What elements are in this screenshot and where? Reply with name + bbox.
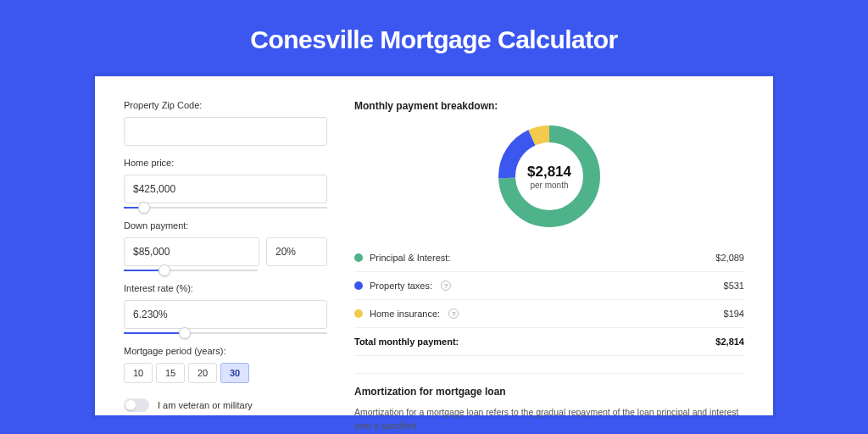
home-price-input[interactable]	[124, 175, 327, 203]
mortgage-period-label: Mortgage period (years):	[124, 346, 327, 356]
legend-dot-icon	[354, 309, 363, 318]
interest-rate-field-group: Interest rate (%):	[124, 283, 327, 334]
veteran-toggle-row: I am veteran or military	[124, 398, 327, 412]
donut-chart-wrap: $2,814 per month	[354, 124, 744, 229]
home-price-slider[interactable]	[124, 207, 327, 209]
legend-value: $2,089	[715, 253, 744, 263]
legend-value: $194	[724, 309, 744, 319]
slider-thumb[interactable]	[179, 327, 191, 339]
total-label: Total monthly payment:	[354, 337, 459, 347]
legend-value: $531	[724, 281, 744, 291]
down-payment-label: Down payment:	[124, 220, 327, 231]
zip-input[interactable]	[124, 117, 327, 146]
down-payment-pct-input[interactable]	[266, 237, 327, 266]
calculator-card: Property Zip Code: Home price: Down paym…	[95, 76, 773, 415]
legend-row-principal: Principal & Interest: $2,089	[354, 244, 744, 272]
info-icon[interactable]: ?	[441, 281, 451, 291]
toggle-knob	[125, 400, 136, 410]
mortgage-period-options: 10 15 20 30	[124, 363, 327, 383]
legend-dot-icon	[354, 281, 363, 290]
legend-label: Home insurance:	[370, 309, 440, 319]
legend-row-insurance: Home insurance: ? $194	[354, 300, 744, 328]
zip-field-group: Property Zip Code:	[124, 100, 327, 146]
slider-thumb[interactable]	[159, 264, 170, 276]
legend-dot-icon	[354, 253, 363, 262]
down-payment-input[interactable]	[124, 237, 259, 266]
legend-row-total: Total monthly payment: $2,814	[354, 328, 744, 356]
zip-label: Property Zip Code:	[124, 100, 327, 110]
veteran-toggle-label: I am veteran or military	[158, 400, 253, 410]
period-btn-10[interactable]: 10	[124, 363, 153, 383]
total-value: $2,814	[715, 337, 744, 347]
breakdown-column: Monthly payment breakdown: $2,814 per mo…	[354, 100, 744, 415]
period-btn-30[interactable]: 30	[220, 363, 249, 383]
donut-sublabel: per month	[530, 181, 568, 190]
amortization-section: Amortization for mortgage loan Amortizat…	[354, 373, 744, 433]
form-column: Property Zip Code: Home price: Down paym…	[124, 100, 327, 415]
period-btn-15[interactable]: 15	[156, 363, 185, 383]
donut-chart: $2,814 per month	[497, 124, 602, 229]
amortization-title: Amortization for mortgage loan	[354, 386, 744, 398]
interest-rate-input[interactable]	[124, 300, 327, 329]
legend-row-taxes: Property taxes: ? $531	[354, 272, 744, 300]
period-btn-20[interactable]: 20	[188, 363, 217, 383]
legend-label: Principal & Interest:	[370, 253, 450, 263]
breakdown-title: Monthly payment breakdown:	[354, 100, 744, 112]
veteran-toggle[interactable]	[124, 398, 149, 412]
donut-value: $2,814	[527, 164, 571, 181]
down-payment-slider[interactable]	[124, 270, 258, 271]
down-payment-field-group: Down payment:	[124, 220, 327, 271]
legend-label: Property taxes:	[370, 281, 432, 291]
page-title: Conesville Mortgage Calculator	[0, 0, 868, 76]
slider-thumb[interactable]	[138, 202, 150, 214]
interest-rate-label: Interest rate (%):	[124, 283, 327, 293]
info-icon[interactable]: ?	[448, 309, 459, 319]
home-price-label: Home price:	[124, 158, 327, 168]
home-price-field-group: Home price:	[124, 158, 327, 209]
amortization-text: Amortization for a mortgage loan refers …	[354, 406, 744, 433]
mortgage-period-field-group: Mortgage period (years): 10 15 20 30	[124, 346, 327, 383]
interest-rate-slider[interactable]	[124, 332, 327, 334]
